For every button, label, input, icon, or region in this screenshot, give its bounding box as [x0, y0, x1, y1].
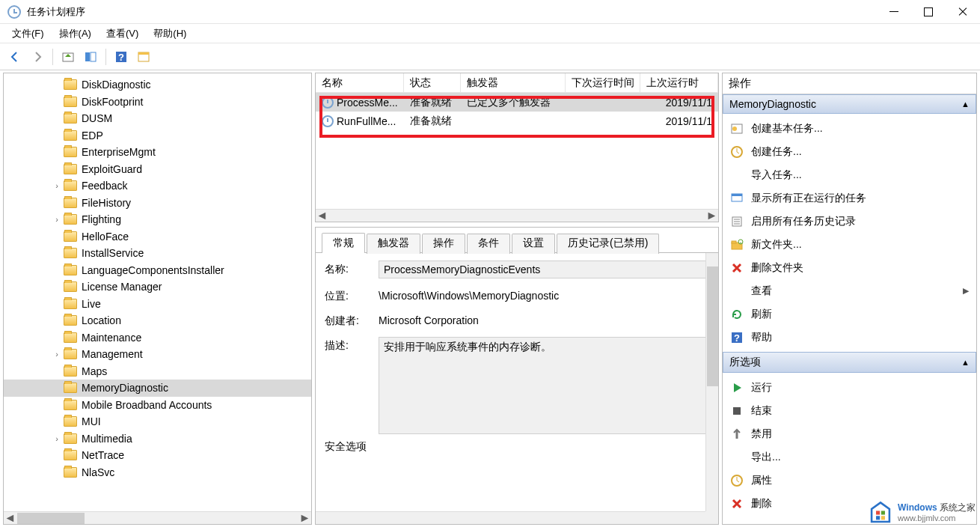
tree-item-maps[interactable]: Maps: [4, 363, 311, 380]
task-h-scrollbar[interactable]: ◄ ►: [316, 209, 718, 222]
action-删除文件夹[interactable]: 删除文件夹: [723, 256, 976, 279]
expander-icon[interactable]: [52, 198, 62, 208]
expander-icon[interactable]: ›: [52, 433, 62, 444]
expander-icon[interactable]: [52, 450, 62, 460]
action-导入任务-[interactable]: 导入任务...: [723, 163, 976, 186]
expander-icon[interactable]: [52, 147, 62, 157]
expander-icon[interactable]: [52, 130, 62, 141]
action-显示所有正在运行的任务[interactable]: 显示所有正在运行的任务: [723, 186, 976, 210]
expander-icon[interactable]: [52, 164, 62, 174]
nav-forward-button[interactable]: [27, 46, 48, 67]
tree-item-nlasvc[interactable]: NlaSvc: [4, 464, 311, 481]
scroll-thumb[interactable]: [17, 513, 85, 524]
expander-icon[interactable]: [52, 97, 62, 107]
tree-item-feedback[interactable]: ›Feedback: [4, 177, 311, 195]
close-button[interactable]: [946, 0, 980, 24]
tree-item-flighting[interactable]: ›Flighting: [4, 211, 311, 228]
action-查看[interactable]: 查看▶: [723, 279, 976, 302]
properties-button[interactable]: [133, 46, 154, 67]
minimize-button[interactable]: [877, 0, 911, 24]
action-导出-[interactable]: 导出...: [723, 445, 976, 469]
action-属性[interactable]: 属性: [723, 469, 976, 492]
tree-item-languagecomponentsinstaller[interactable]: LanguageComponentsInstaller: [4, 262, 311, 279]
menu-view[interactable]: 查看(V): [99, 25, 146, 42]
action-刷新[interactable]: 刷新: [723, 302, 976, 326]
section-memorydiagnostic[interactable]: MemoryDiagnostic ▲: [723, 94, 976, 114]
action-创建任务-[interactable]: 创建任务...: [723, 140, 976, 163]
tree-item-mobile-broadband-accounts[interactable]: Mobile Broadband Accounts: [4, 397, 311, 414]
tab-history[interactable]: 历史记录(已禁用): [557, 234, 659, 254]
expander-icon[interactable]: [52, 315, 62, 326]
expander-icon[interactable]: [52, 299, 62, 309]
tree-item-diskdiagnostic[interactable]: DiskDiagnostic: [4, 76, 311, 94]
menu-help[interactable]: 帮助(H): [146, 25, 194, 42]
expander-icon[interactable]: [52, 467, 62, 478]
tree-item-location[interactable]: Location: [4, 312, 311, 329]
tree-item-enterprisemgmt[interactable]: EnterpriseMgmt: [4, 144, 311, 161]
tab-conditions[interactable]: 条件: [467, 234, 510, 254]
field-name[interactable]: [379, 261, 709, 278]
detail-v-scrollbar[interactable]: [705, 253, 718, 511]
menu-action[interactable]: 操作(A): [52, 25, 99, 42]
expander-icon[interactable]: [52, 265, 62, 275]
expander-icon[interactable]: [52, 113, 62, 124]
task-row[interactable]: ProcessMe...准备就绪已定义多个触发器2019/11/1: [316, 93, 718, 112]
show-tree-button[interactable]: [80, 46, 101, 67]
tree-item-live[interactable]: Live: [4, 296, 311, 313]
action-帮助[interactable]: ?帮助: [723, 326, 976, 349]
expander-icon[interactable]: [52, 248, 62, 258]
expander-icon[interactable]: [52, 383, 62, 393]
up-button[interactable]: [58, 46, 79, 67]
tree-item-helloface[interactable]: HelloFace: [4, 228, 311, 246]
col-trigger[interactable]: 触发器: [461, 73, 566, 92]
expander-icon[interactable]: [52, 416, 62, 427]
scroll-right-arrow[interactable]: ►: [298, 512, 311, 525]
tree-item-management[interactable]: ›Management: [4, 346, 311, 363]
col-name[interactable]: 名称: [316, 73, 404, 92]
expander-icon[interactable]: ›: [52, 180, 62, 191]
tree-item-installservice[interactable]: InstallService: [4, 245, 311, 262]
tree-item-diskfootprint[interactable]: DiskFootprint: [4, 94, 311, 111]
tab-settings[interactable]: 设置: [512, 234, 555, 254]
col-last[interactable]: 上次运行时: [640, 73, 718, 92]
tab-triggers[interactable]: 触发器: [367, 234, 420, 254]
tab-general[interactable]: 常规: [322, 233, 365, 253]
help-button[interactable]: ?: [111, 46, 132, 67]
expander-icon[interactable]: ›: [52, 214, 62, 225]
expander-icon[interactable]: [52, 366, 62, 377]
tab-actions[interactable]: 操作: [422, 234, 465, 254]
scroll-left-arrow[interactable]: ◄: [4, 512, 16, 525]
tree-item-license-manager[interactable]: License Manager: [4, 278, 311, 296]
menu-file[interactable]: 文件(F): [4, 25, 52, 42]
tree-item-memorydiagnostic[interactable]: MemoryDiagnostic: [4, 380, 311, 397]
action-结束[interactable]: 结束: [723, 399, 976, 422]
expander-icon[interactable]: [52, 231, 62, 242]
col-status[interactable]: 状态: [404, 73, 461, 92]
expander-icon[interactable]: [52, 400, 62, 410]
tree-item-filehistory[interactable]: FileHistory: [4, 195, 311, 212]
col-next[interactable]: 下次运行时间: [566, 73, 640, 92]
scroll-thumb[interactable]: [707, 266, 718, 386]
action-禁用[interactable]: 禁用: [723, 422, 976, 445]
tree-item-dusm[interactable]: DUSM: [4, 110, 311, 127]
field-description[interactable]: [379, 337, 709, 434]
tree-item-maintenance[interactable]: Maintenance: [4, 329, 311, 347]
tree-item-mui[interactable]: MUI: [4, 413, 311, 430]
action-创建基本任务-[interactable]: 创建基本任务...: [723, 117, 976, 140]
scroll-right-arrow[interactable]: ►: [705, 210, 718, 222]
tree-item-nettrace[interactable]: NetTrace: [4, 447, 311, 464]
tree-h-scrollbar[interactable]: ◄ ►: [4, 511, 311, 524]
action-运行[interactable]: 运行: [723, 376, 976, 399]
expander-icon[interactable]: [52, 332, 62, 343]
action-启用所有任务历史记录[interactable]: 启用所有任务历史记录: [723, 210, 976, 233]
scroll-left-arrow[interactable]: ◄: [316, 210, 328, 222]
tree-scroll[interactable]: DiskDiagnosticDiskFootprintDUSMEDPEnterp…: [4, 73, 311, 511]
tree-item-exploitguard[interactable]: ExploitGuard: [4, 161, 311, 178]
section-selected[interactable]: 所选项 ▲: [723, 352, 976, 373]
maximize-button[interactable]: [911, 0, 946, 24]
expander-icon[interactable]: [52, 281, 62, 292]
tree-item-edp[interactable]: EDP: [4, 127, 311, 144]
tree-item-multimedia[interactable]: ›Multimedia: [4, 430, 311, 448]
detail-h-scrollbar[interactable]: [316, 511, 705, 524]
expander-icon[interactable]: ›: [52, 349, 62, 359]
